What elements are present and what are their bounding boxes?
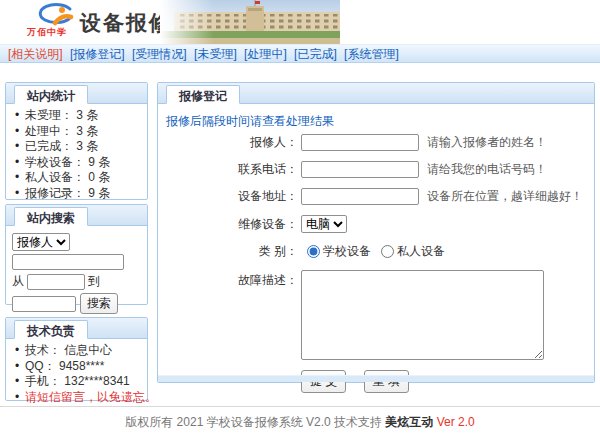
category-option-private: 私人设备 (397, 243, 445, 260)
search-box-title: 站内搜索 (14, 207, 88, 226)
nav-item-repair-register[interactable]: [报修登记] (70, 47, 125, 61)
reporter-input[interactable] (301, 134, 419, 151)
stat-not-accepted: 未受理： 3 条 (14, 108, 143, 124)
stat-repair-records: 报修记录： 9 条 (14, 186, 143, 202)
nav-item-instructions[interactable]: [相关说明] (8, 47, 63, 61)
stat-private-devices: 私人设备： 0 条 (14, 170, 143, 186)
tech-qq: QQ： 9458**** (14, 359, 143, 375)
school-name: 万佰中学 (27, 26, 67, 39)
stat-school-devices: 学校设备： 9 条 (14, 155, 143, 171)
search-date-to-input[interactable] (12, 296, 76, 312)
tech-list: 技术： 信息中心 QQ： 9458**** 手机： 132****8341 请短… (6, 339, 147, 405)
search-date-from-input[interactable] (27, 274, 85, 290)
nav-item-acceptance-status[interactable]: [受理情况] (132, 47, 187, 61)
category-radio-school[interactable] (307, 245, 320, 258)
company-name: 美炫互动 (385, 415, 433, 429)
phone-input[interactable] (301, 161, 419, 178)
search-button[interactable]: 搜索 (80, 293, 118, 314)
tech-phone: 手机： 132****8341 (14, 374, 143, 390)
category-radio-private[interactable] (381, 245, 394, 258)
tech-box-title: 技术负责 (14, 320, 88, 339)
fault-desc-label: 故障描述： (158, 270, 298, 289)
panel-header: 报修登记 (158, 83, 594, 104)
tech-box-header: 技术负责 (6, 318, 147, 339)
phone-hint: 请给我您的电话号码！ (427, 161, 547, 178)
fault-desc-textarea[interactable] (301, 270, 544, 360)
stats-box-title: 站内统计 (14, 85, 88, 104)
panel-footer-strip (158, 375, 594, 382)
search-field-select[interactable]: 报修人 (12, 233, 70, 251)
copyright-text: 版权所有 2021 学校设备报修系统 V2.0 技术支持 (125, 415, 382, 429)
app-header: 万佰中学 设备报修系统 (0, 0, 600, 44)
tab-repair-register[interactable]: 报修登记 (166, 85, 240, 104)
stats-box-header: 站内统计 (6, 83, 147, 104)
stats-list: 未受理： 3 条 处理中： 3 条 已完成： 3 条 学校设备： 9 条 私人设… (6, 104, 147, 201)
reporter-hint: 请输入报修者的姓名！ (427, 134, 547, 151)
phone-label: 联系电话： (158, 161, 298, 178)
stat-in-progress: 处理中： 3 条 (14, 124, 143, 140)
nav-item-completed[interactable]: [已完成] (294, 47, 337, 61)
category-label: 类 别： (158, 243, 298, 260)
stat-completed: 已完成： 3 条 (14, 139, 143, 155)
device-address-hint: 设备所在位置，越详细越好！ (427, 188, 583, 205)
search-to-label: 到 (88, 273, 100, 290)
page-footer: 版权所有 2021 学校设备报修系统 V2.0 技术支持 美炫互动 Ver 2.… (0, 406, 600, 431)
category-radio-group: 学校设备 私人设备 (307, 243, 455, 260)
search-box-body: 报修人 从 到 搜索 (6, 226, 147, 314)
nav-item-not-accepted[interactable]: [未受理] (194, 47, 237, 61)
search-from-label: 从 (12, 273, 24, 290)
repair-form: 报修人： 请输入报修者的姓名！ 联系电话： 请给我您的电话号码！ 设备地址： 设… (158, 134, 594, 393)
version-label: Ver 2.0 (437, 415, 475, 429)
tech-owner: 技术： 信息中心 (14, 343, 143, 359)
panel-note: 报修后隔段时间请查看处理结果 (166, 113, 594, 130)
device-type-label: 维修设备： (158, 216, 298, 233)
tech-box: 技术负责 技术： 信息中心 QQ： 9458**** 手机： 132****83… (5, 317, 148, 401)
search-keyword-input[interactable] (12, 254, 124, 270)
search-box: 站内搜索 报修人 从 到 搜索 (5, 204, 148, 305)
page: 万佰中学 设备报修系统 (0, 0, 600, 433)
device-address-input[interactable] (301, 188, 419, 205)
reporter-label: 报修人： (158, 134, 298, 151)
stats-box: 站内统计 未受理： 3 条 处理中： 3 条 已完成： 3 条 学校设备： 9 … (5, 82, 148, 200)
tech-warning: 请短信留言，以免遗忘。 (14, 390, 143, 406)
school-building-photo (160, 0, 340, 44)
repair-register-panel: 报修登记 报修后隔段时间请查看处理结果 报修人： 请输入报修者的姓名！ 联系电话… (157, 82, 595, 383)
nav-item-in-progress[interactable]: [处理中] (244, 47, 287, 61)
nav-item-system-admin[interactable]: [系统管理] (344, 47, 399, 61)
search-box-header: 站内搜索 (6, 205, 147, 226)
device-type-select[interactable]: 电脑 (301, 215, 347, 233)
device-address-label: 设备地址： (158, 188, 298, 205)
school-logo-icon (26, 2, 78, 26)
category-option-school: 学校设备 (323, 243, 371, 260)
main-nav: [相关说明] [报修登记] [受理情况] [未受理] [处理中] [已完成] [… (0, 44, 600, 63)
